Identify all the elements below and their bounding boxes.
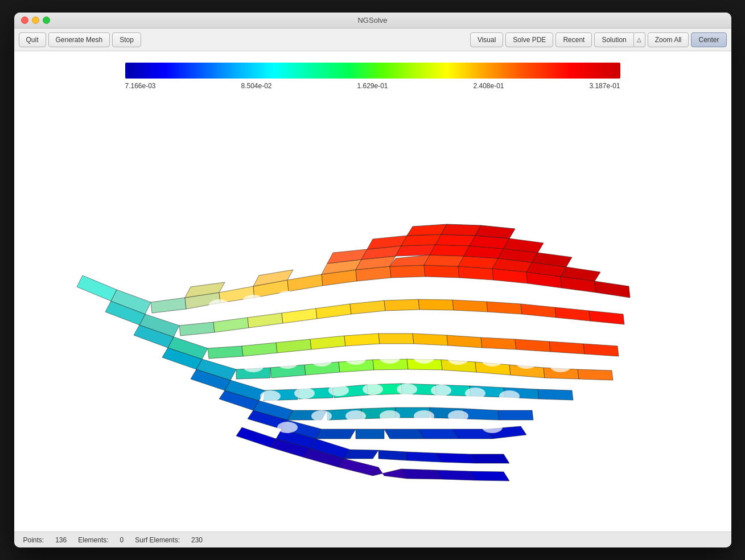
svg-point-146 [380,352,400,364]
svg-point-164 [277,291,298,302]
svg-point-145 [345,353,366,365]
svg-marker-80 [452,300,488,312]
svg-marker-68 [549,341,585,354]
svg-point-166 [345,283,366,295]
svg-point-144 [311,355,332,367]
app-window: NGSolve Quit Generate Mesh Stop Visual S… [14,13,731,547]
elements-value: 0 [120,536,124,544]
svg-point-161 [533,327,554,338]
svg-marker-6 [435,470,475,480]
colorbar-mid: 1.629e-01 [357,82,388,90]
svg-marker-120 [401,234,441,246]
svg-marker-58 [208,346,243,359]
svg-point-150 [516,357,537,369]
maximize-button[interactable] [43,17,50,24]
svg-marker-79 [418,299,454,310]
zoom-all-button[interactable]: Zoom All [648,32,689,47]
svg-marker-43 [538,389,573,400]
center-button[interactable]: Center [691,32,726,47]
svg-point-163 [243,295,264,306]
svg-point-134 [260,390,281,402]
svg-point-140 [465,388,485,399]
svg-marker-18 [356,429,384,439]
svg-point-153 [260,327,281,338]
surf-elements-label: Surf Elements: [135,536,180,544]
window-title: NGSolve [357,16,387,24]
svg-point-152 [226,331,246,342]
svg-point-155 [328,320,349,331]
svg-point-170 [482,283,503,295]
svg-marker-65 [447,335,482,348]
colorbar [125,63,620,79]
svg-marker-20 [418,429,458,439]
svg-marker-81 [487,302,522,314]
svg-marker-8 [470,471,509,481]
svg-marker-94 [390,265,425,278]
svg-point-138 [397,384,417,395]
main-content: 7.166e-03 8.504e-02 1.629e-01 2.408e-01 … [14,51,731,532]
svg-point-151 [550,361,571,372]
svg-marker-11 [378,450,407,460]
viewport[interactable]: z y x Netgen 6.2-dev [14,96,731,532]
svg-marker-30 [464,409,499,420]
svg-marker-32 [498,410,533,420]
toolbar: Quit Generate Mesh Stop Visual Solve PDE… [14,28,731,51]
svg-point-136 [328,385,349,396]
close-button[interactable] [21,17,28,24]
solution-group: Solution △ [594,32,645,47]
svg-marker-66 [481,337,516,349]
colorbar-q3: 2.408e-01 [473,82,504,90]
quit-button[interactable]: Quit [19,32,46,47]
svg-point-173 [585,295,605,306]
solution-button[interactable]: Solution [594,32,633,47]
svg-marker-62 [344,333,380,346]
svg-point-156 [363,318,383,329]
points-label: Points: [23,536,44,544]
generate-mesh-button[interactable]: Generate Mesh [48,32,110,47]
svg-point-165 [311,287,332,298]
svg-point-133 [482,422,503,433]
svg-marker-10 [344,450,378,459]
surf-elements-value: 230 [191,536,203,544]
svg-point-141 [499,390,520,402]
elements-label: Elements: [78,536,108,544]
colorbar-q1: 8.504e-02 [241,82,271,90]
svg-marker-125 [441,224,481,236]
visual-button[interactable]: Visual [470,32,503,47]
svg-marker-95 [424,265,459,278]
svg-point-162 [209,299,229,311]
svg-point-132 [277,422,298,433]
svg-marker-115 [430,245,470,256]
solution-dropdown-button[interactable]: △ [634,32,645,47]
svg-point-158 [431,318,451,329]
colorbar-min: 7.166e-03 [125,82,156,90]
traffic-lights [21,17,50,24]
title-bar: NGSolve [14,13,731,28]
svg-point-160 [499,323,520,335]
mesh-viewport[interactable]: z y x Netgen 6.2-dev [14,96,731,532]
solve-pde-button[interactable]: Solve PDE [505,32,553,47]
points-value: 136 [55,536,67,544]
svg-marker-4 [401,469,441,479]
svg-point-143 [277,357,298,369]
svg-marker-107 [424,255,464,266]
svg-marker-114 [396,245,435,256]
svg-point-159 [465,320,485,331]
colorbar-labels: 7.166e-03 8.504e-02 1.629e-01 2.408e-01 … [125,82,620,90]
svg-marker-63 [378,333,414,344]
svg-point-142 [243,361,264,372]
svg-point-167 [380,281,400,293]
recent-button[interactable]: Recent [555,32,592,47]
svg-point-139 [431,385,451,396]
minimize-button[interactable] [32,17,39,24]
svg-marker-121 [435,234,475,246]
stop-button[interactable]: Stop [112,32,141,47]
svg-point-130 [414,410,434,422]
svg-point-168 [414,280,434,291]
status-bar: Points: 136 Elements: 0 Surf Elements: 2… [14,532,731,547]
svg-point-131 [448,410,468,422]
colorbar-max: 3.187e-01 [589,82,620,90]
svg-marker-70 [583,344,619,356]
svg-point-157 [397,316,417,328]
svg-point-137 [363,384,383,395]
